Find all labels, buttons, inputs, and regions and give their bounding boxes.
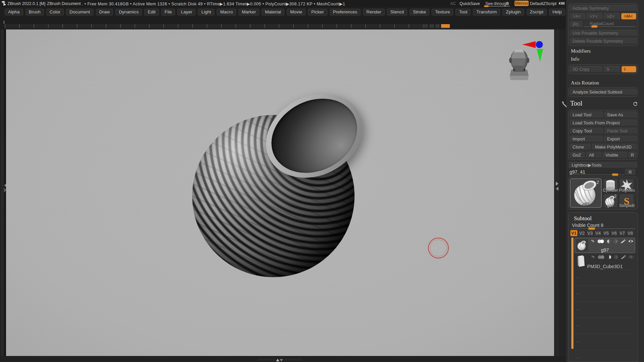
menu-texture[interactable]: Texture: [432, 9, 453, 15]
active-tool-thumbnail[interactable]: 2 g97: [570, 178, 602, 208]
export-button[interactable]: Export: [604, 136, 636, 142]
tab-v1[interactable]: V1: [570, 230, 578, 236]
menus-button[interactable]: Menus: [515, 1, 529, 6]
right-resize-strip[interactable]: [555, 29, 559, 356]
tab-v5[interactable]: V5: [602, 230, 610, 236]
radial-count-knob[interactable]: [591, 25, 598, 28]
tab-v2[interactable]: V2: [578, 230, 586, 236]
activate-symmetry-button[interactable]: Activate Symmetry: [570, 5, 636, 11]
quicksave-button[interactable]: QuickSave: [460, 1, 480, 6]
symmetry-m-button[interactable]: >M<: [621, 13, 636, 19]
menu-picker[interactable]: Picker: [308, 9, 327, 15]
menu-preferences[interactable]: Preferences: [330, 9, 361, 15]
hscroll-arrows[interactable]: [276, 357, 284, 362]
document-canvas[interactable]: [6, 29, 554, 356]
goz-r-button[interactable]: R: [629, 152, 636, 158]
use-posable-symmetry-button[interactable]: Use Posable Symmetry: [570, 30, 636, 36]
polypaint-icon[interactable]: [607, 255, 611, 259]
goto-icon[interactable]: [591, 255, 595, 259]
menu-macro[interactable]: Macro: [217, 9, 236, 15]
brush-icon[interactable]: [620, 239, 626, 243]
menu-stroke[interactable]: Stroke: [410, 9, 429, 15]
tab-v3[interactable]: V3: [586, 230, 594, 236]
3d-copy-button[interactable]: 3D Copy: [570, 66, 602, 72]
menu-layer[interactable]: Layer: [177, 9, 196, 15]
load-tool-button[interactable]: Load Tool: [570, 112, 603, 118]
menu-stencil[interactable]: Stencil: [387, 9, 408, 15]
shelf-tray[interactable]: [5, 24, 423, 28]
delete-posable-symmetry-button[interactable]: Delete Posable Symmetry: [570, 38, 636, 44]
menu-file[interactable]: File: [161, 9, 175, 15]
subtool-scroll-indicator[interactable]: [571, 238, 574, 349]
visible-count-track[interactable]: [571, 229, 635, 229]
camera-gizmo[interactable]: [503, 36, 550, 88]
goz-button[interactable]: GoZ: [570, 152, 585, 158]
subtool-item-cube[interactable]: PM3D_Cube3D1: [575, 254, 635, 269]
menu-alpha[interactable]: Alpha: [5, 9, 23, 15]
symmetry-z-button[interactable]: >Z<: [604, 13, 620, 19]
divider-left-icon[interactable]: [557, 1, 566, 6]
right-divider-handle[interactable]: [555, 181, 559, 193]
brush-icon[interactable]: [621, 255, 626, 259]
paint-sculpt-icon[interactable]: [597, 239, 604, 243]
subtool-header[interactable]: Subtool: [574, 215, 592, 222]
tool-restore-icon[interactable]: [633, 102, 638, 108]
lightbox-tools-button[interactable]: Lightbox▶Tools: [569, 162, 637, 168]
menu-marker[interactable]: Marker: [238, 9, 259, 15]
tab-v6[interactable]: V6: [610, 230, 618, 236]
menu-zscript[interactable]: Zscript: [527, 9, 547, 15]
tab-v8[interactable]: V8: [627, 230, 634, 236]
eye-icon[interactable]: [628, 255, 634, 259]
uv-icon[interactable]: [614, 255, 618, 259]
load-tools-from-project-button[interactable]: Load Tools From Project: [570, 120, 636, 126]
s-button[interactable]: S: [604, 66, 620, 72]
menu-color[interactable]: Color: [46, 9, 64, 15]
symmetry-x-button[interactable]: >X<: [570, 13, 585, 19]
paste-tool-button[interactable]: Paste Tool: [604, 128, 636, 134]
analyze-selected-subtool-button[interactable]: Analyze Selected Subtool: [570, 89, 636, 95]
make-polymesh3d-button[interactable]: Make PolyMesh3D: [592, 144, 636, 150]
menu-render[interactable]: Render: [363, 9, 384, 15]
clone-button[interactable]: Clone: [570, 144, 591, 150]
tool-palette-header[interactable]: Tool: [570, 100, 582, 107]
menu-material[interactable]: Material: [262, 9, 284, 15]
default-zscript-button[interactable]: DefaultZScript: [530, 1, 556, 6]
symmetry-y-button[interactable]: >Y<: [587, 13, 602, 19]
radial-r-button[interactable]: (R): [570, 21, 582, 27]
menu-draw[interactable]: Draw: [96, 9, 113, 15]
uv-icon[interactable]: [613, 239, 618, 243]
see-through-slider[interactable]: See-through: [485, 1, 508, 6]
save-as-button[interactable]: Save As: [604, 112, 636, 118]
paint-sculpt-icon[interactable]: [597, 255, 605, 259]
hscroll-right[interactable]: [284, 358, 302, 361]
shelf-active-segment[interactable]: [441, 24, 450, 28]
goto-icon[interactable]: [591, 240, 595, 243]
goz-visible-button[interactable]: Visible: [603, 152, 627, 158]
see-through-track[interactable]: [485, 6, 510, 6]
menu-tool[interactable]: Tool: [455, 9, 471, 15]
goz-all-button[interactable]: All: [586, 152, 601, 158]
polypaint-icon[interactable]: [607, 239, 611, 243]
tab-v7[interactable]: V7: [619, 230, 626, 236]
wrench-icon[interactable]: [561, 101, 568, 109]
menu-light[interactable]: Light: [198, 9, 214, 15]
menu-document[interactable]: Document: [66, 9, 94, 15]
tool-r-button[interactable]: R: [625, 169, 635, 175]
copy-tool-button[interactable]: Copy Tool: [570, 128, 603, 134]
subtool-item-g97[interactable]: g97: [575, 238, 635, 253]
menu-edit[interactable]: Edit: [144, 9, 159, 15]
i-toggle[interactable]: I: [622, 66, 636, 72]
eye-icon[interactable]: [628, 239, 634, 243]
tab-v4[interactable]: V4: [594, 230, 602, 236]
ac-toggle[interactable]: AC: [450, 1, 456, 6]
visible-count-knob[interactable]: [588, 227, 595, 230]
menu-brush[interactable]: Brush: [25, 9, 44, 15]
menu-help[interactable]: Help: [549, 9, 565, 15]
menu-transform[interactable]: Transform: [473, 9, 500, 15]
menu-movie[interactable]: Movie: [287, 9, 306, 15]
import-button[interactable]: Import: [570, 136, 603, 142]
menu-zplugin[interactable]: Zplugin: [502, 9, 524, 15]
menu-dynamics[interactable]: Dynamics: [115, 9, 142, 15]
hscroll-left[interactable]: [258, 358, 276, 361]
tool-slider-knob[interactable]: [612, 173, 619, 176]
